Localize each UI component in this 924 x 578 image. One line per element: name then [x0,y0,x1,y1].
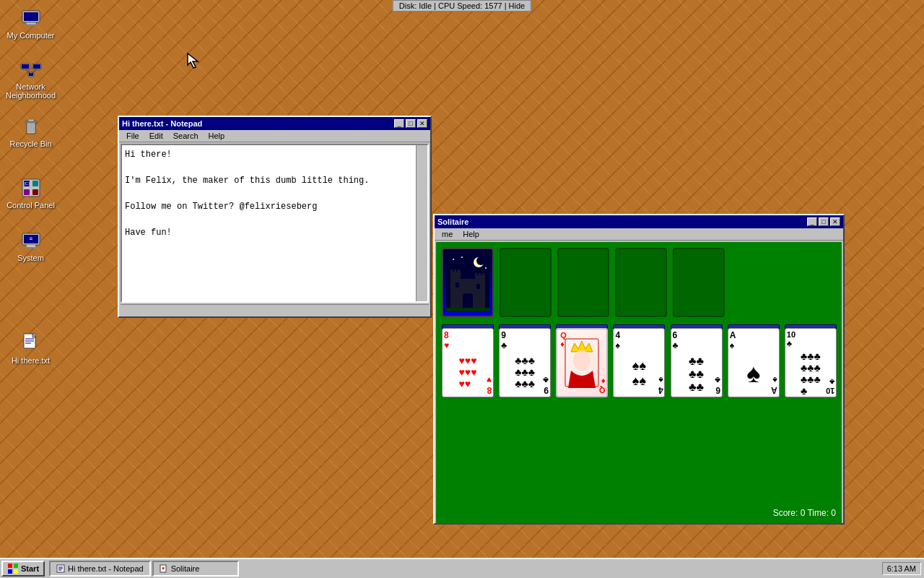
my-computer-icon [19,7,43,30]
svg-rect-52 [476,284,480,289]
svg-rect-58 [14,564,18,568]
svg-text:♥: ♥ [162,566,165,571]
svg-point-40 [485,267,487,269]
svg-rect-53 [446,308,489,311]
svg-point-55 [573,350,590,371]
solitaire-minimize-btn[interactable]: _ [807,217,817,226]
notepad-close-btn[interactable]: ✕ [417,119,427,128]
solitaire-controls: _ □ ✕ [807,217,840,226]
notepad-maximize-btn[interactable]: □ [406,119,416,128]
svg-text:[C]: [C] [24,181,30,186]
svg-rect-21 [24,189,30,195]
hi-there-file-label: Hi there.txt [12,356,50,365]
control-panel-icon: [C] [19,176,43,199]
foundation-3[interactable] [615,248,667,317]
svg-rect-26 [27,245,35,247]
svg-rect-7 [33,64,40,69]
solitaire-maximize-btn[interactable]: □ [819,217,829,226]
solitaire-deck[interactable] [442,248,494,317]
network-label: Network Neighborhood [6,82,56,100]
solitaire-top-row [442,248,836,317]
svg-rect-46 [458,269,460,274]
notepad-scrollbar[interactable] [416,145,427,301]
control-panel-label: Control Panel [6,201,55,210]
notepad-text-area[interactable]: Hi there! I'm Felix, the maker of this d… [121,144,429,303]
svg-rect-51 [456,282,459,288]
solitaire-taskbar-icon: ♥ [160,564,168,573]
solitaire-menubar: me Help [435,228,843,241]
recycle-bin-label: Recycle Bin [9,139,51,148]
hi-there-file-icon [19,332,43,355]
svg-rect-27 [25,247,38,249]
taskbar-clock: 6:13 AM [882,562,921,575]
notepad-titlebar[interactable]: Hi there.txt - Notepad _ □ ✕ [119,117,430,130]
network-icon [19,58,43,81]
solitaire-title: Solitaire [437,217,468,226]
foundation-4[interactable] [673,248,725,317]
notepad-menubar: File Edit Search Help [119,130,430,142]
solitaire-score: Score: 0 Time: 0 [773,508,836,518]
desktop-icon-system[interactable]: ≡ System [4,226,58,265]
notepad-content-text: Hi there! I'm Felix, the maker of this d… [125,148,411,298]
svg-rect-14 [28,119,34,121]
notepad-title: Hi there.txt - Notepad [122,119,202,128]
taskbar: Start Hi there.txt - Notepad ♥ Solitaire… [0,558,924,578]
system-label: System [17,254,44,262]
desktop-icon-network[interactable]: Network Neighborhood [4,55,58,103]
taskbar-solitaire-label: Solitaire [171,564,200,573]
notepad-controls: _ □ ✕ [394,119,427,128]
solitaire-close-btn[interactable]: ✕ [830,217,840,226]
start-label: Start [21,564,39,573]
top-status-bar: Disk: Idle | CPU Speed: 1577 | Hide [393,0,531,12]
svg-rect-60 [14,569,18,574]
svg-marker-54 [571,341,593,352]
svg-rect-57 [8,564,12,568]
taskbar-item-notepad[interactable]: Hi there.txt - Notepad [49,561,151,577]
foundation-1[interactable] [500,248,552,317]
foundation-2[interactable] [557,248,609,317]
taskbar-item-solitaire[interactable]: ♥ Solitaire [152,561,239,577]
solitaire-titlebar[interactable]: Solitaire _ □ ✕ [435,215,843,228]
svg-rect-49 [482,273,484,277]
notepad-hscrollbar[interactable] [121,304,429,316]
svg-rect-47 [475,273,477,277]
svg-rect-43 [475,275,485,311]
svg-text:≡: ≡ [29,236,32,242]
my-computer-label: My Computer [6,31,54,40]
svg-rect-48 [479,273,481,277]
desktop-icon-hi-there[interactable]: Hi there.txt [4,329,58,368]
svg-rect-5 [22,64,29,69]
system-icon: ≡ [19,229,43,252]
solitaire-window: Solitaire _ □ ✕ me Help [433,214,845,525]
svg-rect-59 [8,569,12,574]
svg-rect-22 [32,189,38,195]
desktop-icon-recycle-bin[interactable]: Recycle Bin [4,112,58,151]
start-button[interactable]: Start [1,561,45,577]
taskbar-items: Hi there.txt - Notepad ♥ Solitaire [49,561,879,577]
windows-logo-icon [7,563,19,574]
svg-point-37 [476,256,485,265]
notepad-menu-file[interactable]: File [122,131,144,141]
svg-point-39 [461,256,463,258]
svg-rect-3 [24,25,38,26]
taskbar-notepad-label: Hi there.txt - Notepad [68,564,144,573]
solitaire-play-area: 8♥ ♥♥♥♥♥♥♥♥ 8♥ 9♣ ♣♣♣♣♣♣♣♣♣ 9♣ [436,242,842,524]
svg-point-38 [453,259,454,260]
svg-rect-45 [454,269,456,274]
notepad-menu-edit[interactable]: Edit [145,131,167,141]
svg-rect-1 [24,12,38,21]
notepad-menu-search[interactable]: Search [169,131,203,141]
recycle-bin-icon [19,115,43,138]
svg-rect-20 [32,181,38,186]
deck-image [443,249,492,316]
solitaire-menu-help[interactable]: Help [458,229,484,239]
svg-rect-2 [26,22,36,25]
desktop-icon-my-computer[interactable]: My Computer [4,4,58,43]
notepad-minimize-btn[interactable]: _ [394,119,404,128]
desktop-icon-control-panel[interactable]: [C] Control Panel [4,173,58,212]
solitaire-menu-game[interactable]: me [437,229,457,239]
svg-rect-42 [450,272,461,311]
svg-rect-44 [450,269,453,274]
status-text: Disk: Idle | CPU Speed: 1577 | Hide [399,1,525,10]
notepad-menu-help[interactable]: Help [204,131,230,141]
